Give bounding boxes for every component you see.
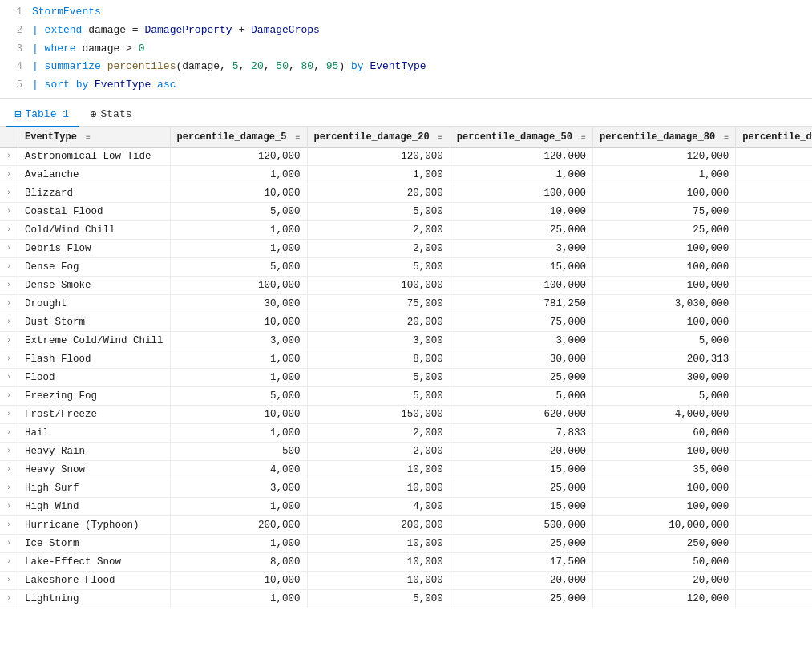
expand-cell[interactable]: ›: [0, 442, 18, 460]
p95-cell: 100,000: [736, 184, 812, 202]
eventtype-cell: Drought: [18, 294, 171, 313]
line-number: 5: [6, 78, 22, 93]
eventtype-cell: Lightning: [18, 589, 171, 608]
chevron-icon: ›: [6, 188, 11, 197]
expand-cell[interactable]: ›: [0, 479, 18, 497]
expand-cell[interactable]: ›: [0, 239, 18, 257]
expand-cell[interactable]: ›: [0, 202, 18, 220]
expand-cell[interactable]: ›: [0, 220, 18, 239]
p50-cell: 17,500: [450, 552, 592, 571]
p20-cell: 200,000: [307, 515, 450, 534]
expand-cell[interactable]: ›: [0, 276, 18, 294]
table-row: ›Dense Fog5,0005,00015,000100,000130,000: [0, 257, 812, 276]
p5-col-header[interactable]: percentile_damage_5 ≡: [170, 127, 307, 148]
p50-cell: 7,833: [450, 423, 592, 442]
eventtype-cell: Coastal Flood: [18, 202, 171, 220]
p20-cell: 10,000: [307, 571, 450, 589]
eventtype-cell: Avalanche: [18, 165, 171, 184]
p80-cell: 100,000: [593, 442, 736, 460]
p20-cell: 120,000: [307, 147, 450, 165]
eventtype-cell: Lakeshore Flood: [18, 571, 171, 589]
table-row: ›Coastal Flood5,0005,00010,00075,0005,00…: [0, 202, 812, 220]
p95-cell: 5,000: [736, 331, 812, 350]
expand-cell[interactable]: ›: [0, 350, 18, 368]
eventtype-cell: Dust Storm: [18, 313, 171, 331]
p80-col-header[interactable]: percentile_damage_80 ≡: [593, 127, 736, 148]
tab-table1[interactable]: ⊞Table 1: [6, 103, 79, 127]
chevron-icon: ›: [6, 410, 11, 418]
p95-cell: 500,000: [736, 497, 812, 515]
expand-cell[interactable]: ›: [0, 368, 18, 386]
table-row: ›Heavy Rain5002,00020,000100,00010,000,0…: [0, 442, 812, 460]
expand-cell[interactable]: ›: [0, 571, 18, 589]
p5-cell: 10,000: [170, 571, 307, 589]
p80-cell: 5,000: [593, 331, 736, 350]
expand-cell[interactable]: ›: [0, 184, 18, 202]
p5-cell: 1,000: [170, 534, 307, 552]
expand-cell[interactable]: ›: [0, 497, 18, 515]
p20-cell: 4,000: [307, 497, 450, 515]
table-row: ›Debris Flow1,0002,0003,000100,000750,00…: [0, 239, 812, 257]
expand-cell[interactable]: ›: [0, 386, 18, 405]
chevron-icon: ›: [6, 391, 11, 400]
expand-cell[interactable]: ›: [0, 423, 18, 442]
expand-cell[interactable]: ›: [0, 460, 18, 479]
expand-cell[interactable]: ›: [0, 331, 18, 350]
eventtype-cell: Flood: [18, 368, 171, 386]
eventtype-cell: High Surf: [18, 479, 171, 497]
expand-cell[interactable]: ›: [0, 294, 18, 313]
code-text: StormEvents: [32, 4, 101, 21]
p80-cell: 200,313: [593, 350, 736, 368]
p95-cell: 130,000: [736, 257, 812, 276]
p20-cell: 2,000: [307, 239, 450, 257]
expand-cell[interactable]: ›: [0, 589, 18, 608]
p5-cell: 1,000: [170, 589, 307, 608]
p20-cell: 5,000: [307, 368, 450, 386]
expand-cell[interactable]: ›: [0, 165, 18, 184]
code-text: | summarize percentiles(damage, 5, 20, 5…: [32, 59, 426, 75]
table-row: ›Astronomical Low Tide120,000120,000120,…: [0, 147, 812, 165]
p95-cell: 5,000: [736, 386, 812, 405]
p95-col-header[interactable]: percentile_damage_95 ≡: [736, 127, 812, 148]
p5-cell: 1,000: [170, 368, 307, 386]
p80-cell: 100,000: [593, 497, 736, 515]
table-row: ›High Wind1,0004,00015,000100,000500,000: [0, 497, 812, 515]
p80-cell: 100,000: [593, 184, 736, 202]
expand-cell[interactable]: ›: [0, 552, 18, 571]
expand-cell[interactable]: ›: [0, 147, 18, 165]
expand-col-header: [0, 127, 18, 148]
p50-cell: 10,000: [450, 202, 592, 220]
p95-cell: 120,000: [736, 147, 812, 165]
p50-cell: 15,000: [450, 497, 592, 515]
code-line-3: 3| where damage > 0: [0, 40, 812, 59]
eventtype-cell: Astronomical Low Tide: [18, 147, 171, 165]
eventtype-cell: Dense Fog: [18, 257, 171, 276]
p50-col-header[interactable]: percentile_damage_50 ≡: [450, 127, 592, 148]
p20-cell: 20,000: [307, 313, 450, 331]
p80-cell: 20,000: [593, 571, 736, 589]
p20-col-header[interactable]: percentile_damage_20 ≡: [307, 127, 450, 148]
table-row: ›Hurricane (Typhoon)200,000200,000500,00…: [0, 515, 812, 534]
chevron-icon: ›: [6, 502, 11, 511]
expand-cell[interactable]: ›: [0, 534, 18, 552]
p50-cell: 20,000: [450, 571, 592, 589]
expand-cell[interactable]: ›: [0, 313, 18, 331]
eventtype-cell: Heavy Snow: [18, 460, 171, 479]
sort-icon-p5: ≡: [296, 133, 301, 142]
p5-cell: 1,000: [170, 497, 307, 515]
p50-cell: 15,000: [450, 257, 592, 276]
p95-cell: 20,000: [736, 571, 812, 589]
chevron-icon: ›: [6, 170, 11, 179]
eventtype-cell: Extreme Cold/Wind Chill: [18, 331, 171, 350]
header-row: EventType ≡ percentile_damage_5 ≡ percen…: [0, 127, 812, 148]
chevron-icon: ›: [6, 373, 11, 382]
tab-stats[interactable]: ⊕Stats: [82, 103, 141, 127]
p95-cell: 28,900,000: [736, 405, 812, 423]
p5-cell: 500: [170, 442, 307, 460]
chevron-icon: ›: [6, 428, 11, 437]
expand-cell[interactable]: ›: [0, 405, 18, 423]
code-text: | extend damage = DamageProperty + Damag…: [32, 22, 320, 39]
expand-cell[interactable]: ›: [0, 257, 18, 276]
expand-cell[interactable]: ›: [0, 515, 18, 534]
eventtype-col-header[interactable]: EventType ≡: [18, 127, 171, 148]
